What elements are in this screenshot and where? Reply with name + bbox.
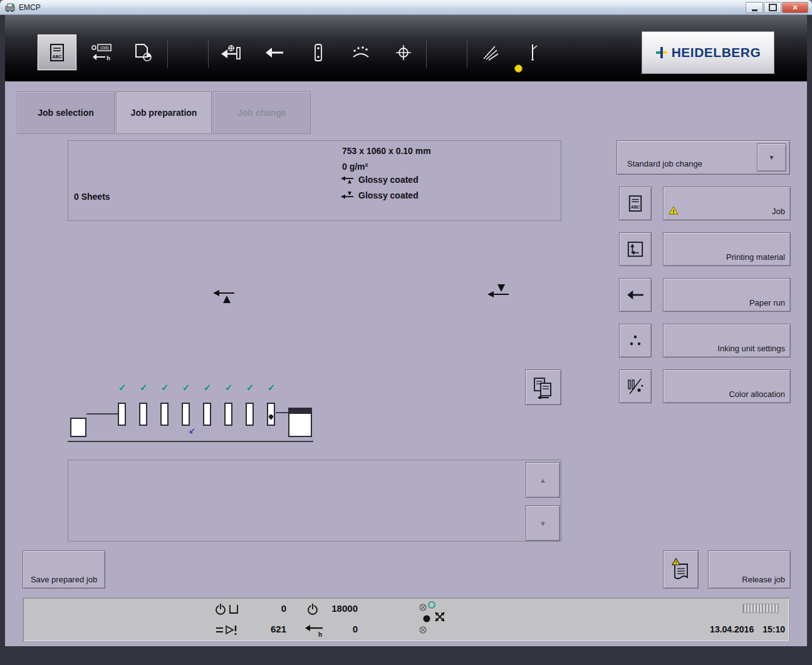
close-button[interactable]: ✕ (782, 2, 808, 13)
job-transfer-button[interactable] (525, 369, 561, 405)
paper-run-button[interactable]: Paper run (663, 278, 791, 312)
sheet-dimensions: 753 x 1060 x 0.10 mm (342, 146, 431, 156)
register-crosshair-icon (394, 44, 413, 61)
toolbar-separator (426, 40, 427, 68)
document-abc-icon: ABC (49, 43, 65, 62)
spray-icon (481, 44, 500, 61)
current-counter-value: 621 (255, 624, 286, 634)
job-view-toolbar-button[interactable]: ABC (38, 34, 76, 70)
status-bar: 0 18000 621 (23, 597, 789, 642)
dryer-active-indicator (514, 64, 523, 73)
minimize-button[interactable] (746, 2, 763, 13)
coating-bottom-row: Glossy coated (340, 190, 419, 200)
ink-dots-icon (627, 332, 644, 349)
document-abc-icon: ABC (628, 195, 643, 212)
printing-unit (118, 403, 126, 426)
counter-toolbar-button[interactable]: 1000 h (85, 38, 118, 68)
date-value: 13.04.2016 (710, 624, 754, 634)
sheet-direction-arrow-icon: ↙ (189, 426, 195, 435)
dampening-toolbar-button[interactable] (345, 38, 377, 68)
toolbar-separator (467, 40, 467, 68)
dryer-toolbar-button[interactable] (516, 38, 549, 68)
tab-job-preparation[interactable]: Job preparation (116, 91, 212, 134)
counter-speed-icon: 1000 h (91, 43, 112, 62)
unit-ready-check: ✓ (203, 382, 212, 393)
warning-icon: ! (669, 206, 679, 217)
material-dimensions-icon (627, 240, 644, 258)
total-counter-icon (215, 602, 239, 619)
coating-top-label: Glossy coated (358, 175, 419, 185)
coating-top-row: Glossy coated (340, 175, 419, 185)
paper-run-icon-button[interactable] (619, 278, 652, 312)
job-button[interactable]: ! Job (663, 187, 791, 220)
powder-spray-toolbar-button[interactable] (474, 38, 507, 68)
job-queue-toolbar-button[interactable] (127, 38, 159, 68)
remaining-sheets-icon (215, 623, 239, 639)
unit-ready-check: ✓ (224, 382, 233, 393)
register-status-cluster-icon (416, 601, 452, 638)
svg-text:!: ! (673, 209, 675, 215)
press-connector (86, 413, 118, 415)
minimize-icon (752, 9, 757, 11)
printing-unit (203, 403, 211, 426)
scroll-down-button[interactable]: ▼ (526, 505, 560, 541)
maximize-icon (769, 4, 777, 11)
paper-run-toolbar-button[interactable] (258, 38, 291, 68)
delivery-cap (289, 409, 311, 414)
time-value: 15:10 (763, 624, 785, 634)
feeder-toolbar-button[interactable] (214, 38, 247, 68)
printing-material-icon-button[interactable] (619, 232, 652, 266)
app-window: EMCP ✕ ABC 1000 h (0, 0, 812, 665)
job-icon-button[interactable]: ABC (619, 187, 652, 220)
unit-ready-check: ✓ (160, 382, 169, 393)
speed-icon (306, 602, 319, 619)
cylinder-toolbar-button[interactable] (302, 38, 335, 68)
printing-material-button[interactable]: Printing material (663, 232, 791, 266)
dropdown-open-button[interactable]: ▼ (757, 143, 786, 172)
tab-job-selection[interactable]: Job selection (17, 91, 115, 134)
message-list: ▲ ▼ (68, 460, 561, 542)
color-allocation-icon (626, 378, 645, 395)
heidelberg-logo: HEIDELBERG (642, 31, 774, 74)
maximize-button[interactable] (764, 2, 781, 13)
printing-unit (182, 403, 190, 426)
window-titlebar[interactable]: EMCP ✕ (0, 0, 812, 15)
save-prepared-job-button[interactable]: Save prepared job (23, 550, 105, 589)
coating-top-icon (340, 175, 355, 184)
svg-text:ABC: ABC (631, 205, 640, 209)
unit-ready-check: ✓ (182, 382, 190, 393)
svg-text:h: h (107, 55, 110, 61)
unit-ready-check: ✓ (139, 382, 148, 393)
inking-unit-settings-button[interactable]: Inking unit settings (663, 324, 791, 358)
color-allocation-icon-button[interactable] (619, 369, 652, 403)
tab-label: Job selection (38, 108, 93, 118)
job-report-button[interactable]: ! (663, 550, 699, 589)
scroll-up-button[interactable]: ▲ (526, 462, 560, 498)
main-content: Job selection Job preparation Job change… (5, 81, 807, 646)
job-change-mode-dropdown[interactable]: Standard job change ▼ (617, 140, 790, 175)
toolbar-separator (167, 40, 168, 68)
coating-unit (267, 403, 275, 426)
printing-unit (160, 403, 169, 426)
sheet-sensor-front-icon (212, 288, 237, 307)
app-icon (5, 3, 15, 13)
color-allocation-button[interactable]: Color allocation (663, 369, 791, 403)
paper-run-arrow-icon (264, 45, 284, 60)
ionizer-icon (526, 43, 539, 62)
color-allocation-label: Color allocation (729, 389, 785, 399)
speed-value: 18000 (323, 603, 358, 614)
datetime: 13.04.201615:10 (662, 624, 785, 634)
window-controls: ✕ (746, 2, 808, 13)
printing-material-label: Printing material (726, 252, 785, 262)
inking-unit-icon-button[interactable] (619, 324, 652, 358)
sheet-transfer-icon (533, 376, 554, 399)
printing-unit (224, 403, 232, 426)
remaining-value: 0 (330, 624, 358, 634)
inking-unit-settings-label: Inking unit settings (717, 344, 785, 353)
chevron-down-icon: ▼ (769, 154, 775, 161)
register-toolbar-button[interactable] (387, 38, 420, 68)
press-diagram: ↙ ✓✓✓✓✓✓✓✓ (68, 382, 318, 445)
release-job-button[interactable]: Release job (708, 550, 791, 589)
svg-text:h: h (318, 631, 322, 638)
paper-run-arrow-icon (626, 288, 645, 302)
